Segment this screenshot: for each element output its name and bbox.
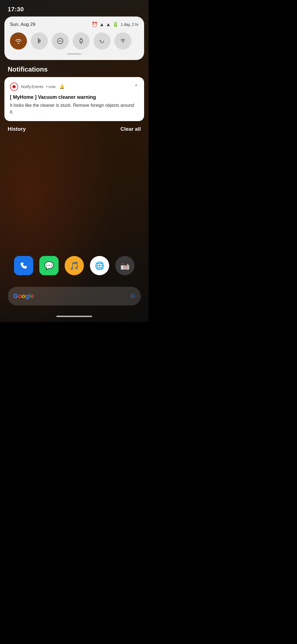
quick-settings-panel: Sun, Aug 29 ⏰ ▲ ▲ 🔋 1 day, 2 hr — [4, 17, 144, 60]
notif-icon-dot — [12, 85, 16, 88]
alarm-icon: ⏰ — [92, 21, 98, 28]
g-letter-e: e — [31, 293, 34, 300]
g-letter-g2: g — [25, 293, 29, 300]
svg-point-4 — [122, 42, 123, 43]
g-letter-o2: o — [22, 293, 25, 300]
notif-app-info: Notify.Events • now 🔔 — [10, 83, 65, 91]
toggle-flashlight[interactable] — [73, 32, 90, 50]
notif-body: It looks like the cleaner is stuck. Remo… — [10, 102, 139, 115]
drag-handle — [67, 53, 81, 54]
notify-events-icon — [10, 83, 18, 91]
notif-title: [ MyHome ] Vacuum cleaner warning — [10, 94, 139, 100]
home-indicator — [56, 316, 92, 317]
wifi-status-icon: ▲ — [99, 22, 104, 28]
qs-toggles-row — [10, 32, 139, 50]
signal-icon: ▲ — [106, 22, 111, 28]
app-icon-browser[interactable]: 🌐 — [90, 256, 109, 275]
toggle-dnd[interactable] — [52, 32, 69, 50]
notification-card: Notify.Events • now 🔔 ⌃ [ MyHome ] Vacuu… — [4, 77, 144, 121]
status-time: 17:30 — [8, 6, 24, 13]
app-icon-phone[interactable] — [14, 256, 33, 275]
g-letter-o1: o — [18, 293, 21, 300]
google-search-bar[interactable]: G o o g l e G — [8, 287, 141, 305]
clear-all-button[interactable]: Clear all — [120, 126, 141, 132]
notification-actions-bar: History Clear all — [0, 121, 148, 135]
notif-time: • now — [46, 84, 55, 89]
app-icon-music[interactable]: 🎵 — [65, 256, 84, 275]
qs-date: Sun, Aug 29 — [10, 22, 35, 27]
qs-header: Sun, Aug 29 ⏰ ▲ ▲ 🔋 1 day, 2 hr — [10, 21, 139, 28]
toggle-autorotate[interactable] — [94, 32, 111, 50]
notif-header: Notify.Events • now 🔔 ⌃ — [10, 83, 139, 91]
bell-icon: 🔔 — [59, 84, 65, 89]
toggle-bluetooth[interactable] — [31, 32, 48, 50]
homescreen-dock: 💬 🎵 🌐 📷 — [0, 256, 148, 275]
qs-status-icons: ⏰ ▲ ▲ 🔋 1 day, 2 hr — [92, 21, 139, 28]
google-logo: G o o g l e — [13, 293, 34, 300]
battery-text: 1 day, 2 hr — [121, 22, 139, 27]
notifications-section-label: Notifications — [0, 60, 148, 77]
svg-rect-3 — [81, 42, 82, 43]
toggle-wifi[interactable] — [10, 32, 27, 50]
app-icon-camera[interactable]: 📷 — [115, 256, 134, 275]
notif-app-name: Notify.Events — [21, 84, 43, 89]
status-bar: 17:30 — [0, 0, 148, 17]
toggle-hotspot[interactable] — [114, 32, 131, 50]
battery-icon: 🔋 — [112, 21, 119, 28]
history-button[interactable]: History — [8, 126, 26, 132]
g-letter-g: G — [13, 293, 18, 300]
app-icon-social[interactable]: 💬 — [39, 256, 59, 275]
notif-collapse-button[interactable]: ⌃ — [134, 83, 139, 90]
google-logo-right: G — [131, 293, 135, 300]
